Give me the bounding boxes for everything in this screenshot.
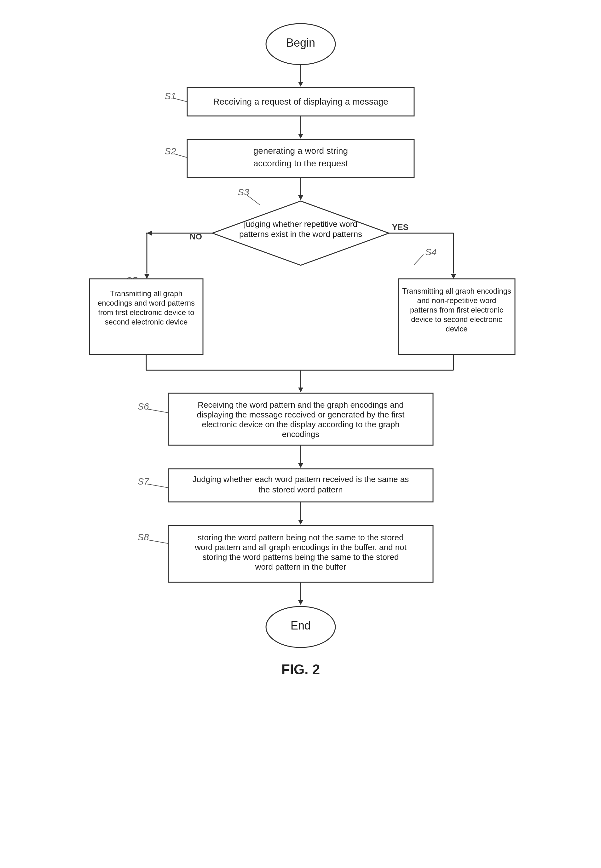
s1-label: S1 [165, 91, 176, 101]
s4-text-line1: Transmitting all graph encodings [402, 287, 511, 295]
s4-text-line5: device [445, 324, 467, 333]
svg-marker-18 [144, 274, 149, 279]
svg-line-11 [246, 195, 260, 205]
svg-marker-36 [298, 520, 303, 525]
svg-line-37 [147, 540, 168, 544]
s5-text-line3: from first electronic device to [98, 308, 194, 317]
s2-text-line2: according to the request [253, 158, 348, 168]
svg-marker-2 [298, 82, 303, 87]
s6-text-line3: electronic device on the display accordi… [202, 420, 399, 429]
svg-marker-10 [298, 195, 303, 200]
s4-label: S4 [425, 247, 437, 257]
flowchart-svg: Begin S1 Receiving a request of displayi… [80, 19, 521, 838]
s4-text-line3: patterns from first electronic [410, 306, 503, 314]
svg-marker-16 [147, 231, 152, 236]
s3-text-line1: judging whether repetitive word [244, 219, 357, 229]
s5-text-line1: Transmitting all graph [110, 289, 183, 298]
svg-marker-28 [298, 388, 303, 392]
s6-text-line1: Receiving the word pattern and the graph… [198, 400, 403, 410]
s4-text-line4: device to second electronic [411, 315, 502, 324]
fig-caption: FIG. 2 [281, 662, 320, 677]
svg-marker-6 [298, 134, 303, 139]
s7-text-line1: Judging whether each word pattern receiv… [192, 475, 409, 484]
s2-text-line1: generating a word string [253, 146, 348, 155]
s4-text-line2: and non-repetitive word [417, 296, 496, 305]
svg-line-13 [414, 254, 424, 265]
s8-label: S8 [137, 532, 149, 542]
end-label: End [290, 619, 310, 632]
yes-label: YES [392, 222, 409, 232]
s2-label: S2 [165, 146, 176, 156]
s3-text-line2: patterns exist in the word patterns [239, 229, 362, 239]
s8-text-line2: word pattern and all graph encodings in … [194, 542, 407, 552]
s8-text-line4: word pattern in the buffer [255, 562, 346, 571]
s8-text-line3: storing the word patterns being the same… [202, 552, 399, 562]
begin-label: Begin [286, 36, 315, 49]
s6-label: S6 [137, 401, 149, 411]
s1-text: Receiving a request of displaying a mess… [213, 97, 388, 107]
s7-label: S7 [137, 476, 149, 486]
svg-marker-21 [451, 274, 456, 279]
s5-text-line4: second electronic device [105, 318, 188, 326]
s8-text-line1: storing the word pattern being not the s… [198, 533, 403, 542]
s7-text-line2: the stored word pattern [258, 485, 343, 494]
svg-marker-40 [298, 600, 303, 605]
svg-line-29 [147, 409, 168, 413]
flowchart: Begin S1 Receiving a request of displayi… [80, 19, 521, 838]
svg-line-33 [147, 484, 168, 488]
s6-text-line2: displaying the message received or gener… [197, 410, 405, 419]
s6-text-line4: encodings [282, 429, 319, 439]
svg-marker-32 [298, 463, 303, 468]
s5-text-line2: encodings and word patterns [98, 298, 194, 307]
